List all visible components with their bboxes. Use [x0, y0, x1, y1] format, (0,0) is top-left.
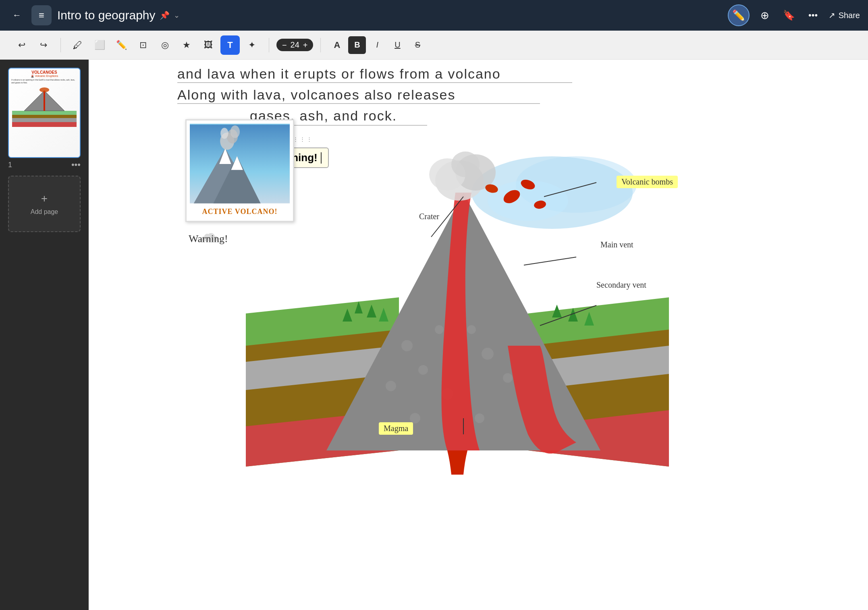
- pin-icon: 📌: [160, 10, 170, 20]
- italic-button[interactable]: I: [368, 36, 386, 54]
- text-format-group: A B I U S: [328, 36, 426, 54]
- toolbar-divider-1: [60, 38, 61, 52]
- crater-label: Crater: [419, 212, 439, 221]
- back-icon: ←: [12, 10, 21, 21]
- volcanic-bombs-label: Volcanic bombs: [617, 176, 678, 188]
- undo-icon: ↩: [18, 40, 25, 50]
- bold-button[interactable]: B: [348, 36, 366, 54]
- text-tool-button[interactable]: T: [220, 35, 240, 55]
- text-line-1: and lava when it erupts or flows from a …: [177, 66, 501, 82]
- lasso-button[interactable]: ◎: [155, 35, 174, 55]
- font-size-increase-button[interactable]: +: [303, 41, 308, 49]
- toolbar: ↩ ↪ 🖊 ⬜ ✏️ ⊡ ◎ ★ 🖼 T ✦: [0, 31, 868, 60]
- secondary-vent-label: Secondary vent: [596, 280, 646, 290]
- lasso-icon: ◎: [161, 40, 169, 50]
- pencil-icon: ✏️: [732, 9, 745, 22]
- toolbar-divider-2: [269, 38, 269, 52]
- pencil-tool-icon: ✏️: [116, 40, 127, 50]
- undo-redo-group: ↩ ↪: [12, 35, 53, 55]
- italic-icon: I: [376, 40, 379, 50]
- main-vent-label: Main vent: [600, 240, 633, 249]
- add-page-button[interactable]: + Add page: [8, 176, 81, 232]
- svg-rect-4: [12, 115, 77, 118]
- sidebar: VOLCANOES 🌋 Volcanic Eruptions A volcano…: [0, 60, 89, 610]
- add-page-header-button[interactable]: ⊕: [756, 6, 774, 24]
- svg-point-35: [503, 373, 513, 383]
- page-number: 1: [8, 161, 12, 169]
- share-label: Share: [839, 11, 860, 20]
- underline-button[interactable]: U: [388, 36, 406, 54]
- underline-1: [177, 82, 572, 83]
- font-size-decrease-button[interactable]: −: [282, 41, 287, 49]
- star-button[interactable]: ★: [177, 35, 196, 55]
- add-page-label: Add page: [31, 208, 58, 216]
- bookmark-button[interactable]: 🔖: [780, 6, 798, 24]
- pen-icon: 🖊: [73, 39, 83, 51]
- warning-below-text: Warning!: [189, 233, 228, 245]
- redo-icon: ↪: [40, 40, 47, 50]
- pen-tool-button[interactable]: 🖊: [68, 35, 87, 55]
- text-tool-icon: T: [227, 40, 233, 50]
- more-options-button[interactable]: •••: [804, 6, 822, 24]
- svg-point-30: [401, 340, 413, 351]
- document-title: Intro to geography: [57, 8, 156, 22]
- svg-point-50: [451, 151, 480, 177]
- strikethrough-icon: S: [415, 40, 420, 50]
- share-button[interactable]: ↗ Share: [829, 10, 860, 20]
- svg-point-39: [475, 413, 484, 423]
- chevron-down-icon[interactable]: ⌄: [174, 11, 180, 20]
- svg-point-36: [467, 325, 476, 334]
- svg-point-32: [435, 325, 444, 334]
- page-row: 1 •••: [8, 160, 81, 170]
- underline-icon: U: [395, 40, 400, 50]
- add-icon: ⊕: [760, 9, 769, 22]
- page-1-thumbnail[interactable]: VOLCANOES 🌋 Volcanic Eruptions A volcano…: [8, 68, 81, 158]
- font-size-value: 24: [289, 40, 301, 50]
- header-left: ← ≡ Intro to geography 📌 ⌄: [8, 5, 180, 25]
- image-insert-button[interactable]: 🖼: [199, 35, 218, 55]
- redo-button[interactable]: ↪: [34, 35, 53, 55]
- strikethrough-button[interactable]: S: [409, 36, 426, 54]
- back-button[interactable]: ←: [8, 6, 26, 24]
- svg-rect-5: [12, 118, 77, 122]
- bold-icon: B: [354, 40, 360, 50]
- undo-button[interactable]: ↩: [12, 35, 31, 55]
- main-canvas: and lava when it erupts or flows from a …: [89, 60, 868, 610]
- header: ← ≡ Intro to geography 📌 ⌄ ✏️ ⊕ 🔖 ••• ↗ …: [0, 0, 868, 31]
- eraser-icon: ⬜: [94, 40, 105, 50]
- image-icon: 🖼: [204, 40, 213, 50]
- magic-tool-button[interactable]: ✦: [242, 35, 262, 55]
- svg-point-3: [39, 87, 49, 92]
- bookmark-icon: 🔖: [783, 10, 795, 21]
- svg-line-57: [524, 257, 576, 265]
- font-color-button[interactable]: A: [328, 36, 346, 54]
- font-size-control: − 24 +: [276, 39, 313, 51]
- svg-point-34: [482, 348, 494, 360]
- add-page-plus-icon: +: [41, 192, 48, 205]
- star-icon: ★: [183, 40, 191, 50]
- svg-point-31: [418, 365, 428, 375]
- svg-rect-6: [12, 122, 77, 127]
- svg-point-15: [230, 125, 240, 138]
- select-rect-icon: ⊡: [139, 40, 147, 50]
- underline-2: [177, 103, 540, 104]
- magma-label: Magma: [379, 422, 413, 435]
- font-a-icon: A: [334, 40, 340, 50]
- pencil-tool-button[interactable]: ✏️: [112, 35, 131, 55]
- share-icon: ↗: [829, 10, 835, 20]
- toolbar-divider-3: [320, 38, 321, 52]
- svg-point-14: [220, 128, 228, 139]
- more-icon: •••: [808, 10, 818, 21]
- eraser-tool-button[interactable]: ⬜: [90, 35, 109, 55]
- notebook-icon: ≡: [31, 5, 52, 25]
- pencil-active-button[interactable]: ✏️: [728, 4, 750, 26]
- magic-icon: ✦: [248, 40, 255, 50]
- drawing-tools-group: 🖊 ⬜ ✏️ ⊡ ◎ ★ 🖼 T ✦: [68, 35, 262, 55]
- page-more-button[interactable]: •••: [71, 160, 81, 170]
- page-content: and lava when it erupts or flows from a …: [89, 60, 868, 610]
- volcano-diagram: [246, 144, 669, 475]
- text-line-2: Along with lava, volcanoes also releases: [177, 87, 455, 103]
- select-rect-button[interactable]: ⊡: [133, 35, 153, 55]
- title-area: Intro to geography 📌 ⌄: [57, 8, 180, 22]
- svg-point-33: [386, 381, 396, 391]
